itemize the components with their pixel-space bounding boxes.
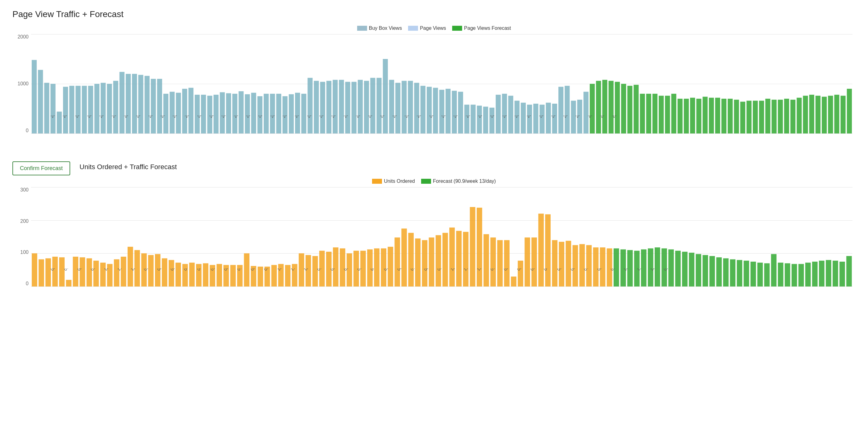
page-title: Page View Traffic + Forecast: [12, 9, 856, 19]
chart1-section: Buy Box Views Page Views Page Views Fore…: [12, 26, 856, 152]
x-label-2: 06-22: [569, 268, 580, 272]
chart1-legend: Buy Box Views Page Views Page Views Fore…: [12, 26, 856, 31]
x-label-2: 01-04: [663, 268, 673, 272]
forecast2-swatch: [421, 179, 431, 184]
y2-label-300: 300: [20, 187, 29, 193]
chart2-yaxis: 300 200 100 0: [12, 187, 31, 287]
x-label-2: 08-21: [76, 268, 87, 272]
chart2-area: 06-2607-2408-2109-1810-1611-1312-1101-08…: [31, 187, 852, 287]
x-label-2: 02-05: [156, 268, 167, 272]
legend-item-units: Units Ordered: [372, 178, 415, 184]
x-label-2: 07-24: [63, 268, 73, 272]
legend-item-pageviews: Page Views: [408, 26, 446, 31]
grid2-line-bot: [31, 287, 852, 287]
x-label-2: 06-26: [50, 268, 60, 272]
legend-label-pageviews: Page Views: [420, 26, 446, 31]
chart2-xlabels: 06-2607-2408-2109-1810-1611-1312-1101-08…: [50, 268, 849, 287]
x-label-2: 04-27: [543, 268, 553, 272]
legend-label-forecast2: Forecast (90.9/week 13/day): [433, 178, 496, 184]
legend-item-forecast2: Forecast (90.9/week 13/day): [421, 178, 496, 184]
x-label-2: 09-15: [436, 268, 447, 272]
chart2-container: 300 200 100 0 06-2607-2408-2109-1810-161…: [12, 187, 856, 305]
x-label-2: 10-15: [276, 268, 287, 272]
x-label-2: 01-07: [316, 268, 327, 272]
svg-rect-132: [38, 260, 44, 287]
chart1-xlabels: 2022-06-262022-07-242022-08-212022-09-18…: [50, 116, 849, 133]
buybox-swatch: [357, 26, 367, 31]
x-label-2: 04-30: [196, 268, 207, 272]
x-label-2: 11-09: [636, 268, 647, 272]
x-label-2: 02-02: [503, 268, 513, 272]
x-label-2: 03-31: [356, 268, 367, 272]
x-label-2: 09-14: [610, 268, 620, 272]
y-label-1000: 1000: [18, 81, 29, 87]
x-label-2: 01-05: [490, 268, 500, 272]
x-label-2: 06-25: [223, 268, 234, 272]
y-label-0: 0: [26, 128, 29, 133]
x-label-2: 09-17: [263, 268, 274, 272]
y2-label-0: 0: [26, 281, 29, 287]
chart1-area: 2022-06-262022-07-242022-08-212022-09-18…: [31, 34, 852, 133]
x-label-2: 01-08: [143, 268, 153, 272]
x-label-2: 04-02: [183, 268, 193, 272]
svg-rect-0: [32, 60, 37, 133]
x-label-2: 11-13: [117, 268, 127, 272]
chart2-legend: Units Ordered Forecast (90.9/week 13/day…: [12, 178, 856, 184]
x-label-2: 03-30: [529, 268, 540, 272]
x-label-2: 09-18: [90, 268, 100, 272]
svg-rect-1: [38, 70, 43, 133]
x-label-2: 08-20: [250, 268, 260, 272]
x-label-2: 10-12: [623, 268, 633, 272]
pageviews-swatch: [408, 26, 418, 31]
x-label-2: 03-03: [343, 268, 353, 272]
chart2-header: Confirm Forecast Units Ordered + Traffic…: [12, 161, 856, 175]
x-label-2: 07-23: [236, 268, 247, 272]
chart1-container: 2000 1000 0 2022-06-262022-07-242022-08-…: [12, 34, 856, 152]
chart2-title: Units Ordered + Traffic Forecast: [80, 163, 177, 171]
legend-item-forecast: Page Views Forecast: [452, 26, 511, 31]
legend-label-units: Units Ordered: [384, 178, 415, 184]
x-label-2: 03-05: [169, 268, 180, 272]
x-label-2: 02-04: [330, 268, 340, 272]
x-label-2: 07-20: [583, 268, 593, 272]
legend-label-forecast: Page Views Forecast: [464, 26, 511, 31]
x-label-2: 06-23: [396, 268, 407, 272]
svg-rect-131: [32, 253, 37, 287]
x-label-2: 05-28: [210, 268, 220, 272]
legend-item-buybox: Buy Box Views: [357, 26, 402, 31]
x-label-2: 11-10: [463, 268, 473, 272]
x-label-2: 12-11: [130, 268, 141, 272]
units-swatch: [372, 179, 382, 184]
chart1-yaxis: 2000 1000 0: [12, 34, 31, 133]
svg-rect-2: [44, 83, 49, 133]
x-label-2: 10-13: [450, 268, 460, 272]
x-label-2: 03-02: [516, 268, 527, 272]
x-label-2: 12-10: [303, 268, 313, 272]
x-label-2: 07-21: [410, 268, 420, 272]
x-label-2: 12-07: [649, 268, 660, 272]
chart2-section: Confirm Forecast Units Ordered + Traffic…: [12, 161, 856, 305]
confirm-forecast-button[interactable]: Confirm Forecast: [12, 161, 70, 175]
x-label-2: 05-25: [556, 268, 567, 272]
forecast-swatch: [452, 26, 462, 31]
x-label-2: 12-08: [476, 268, 487, 272]
x-label-2: 08-17: [596, 268, 607, 272]
x-label: 2026-01-04: [611, 116, 629, 119]
legend-label-buybox: Buy Box Views: [369, 26, 402, 31]
x-label-2: 04-28: [370, 268, 380, 272]
y-label-2000: 2000: [18, 34, 29, 40]
y2-label-100: 100: [20, 250, 29, 255]
x-label-2: 05-26: [383, 268, 394, 272]
x-label-2: 11-12: [290, 268, 300, 272]
y2-label-200: 200: [20, 219, 29, 224]
x-label-2: 10-16: [103, 268, 114, 272]
grid-line-bot: [31, 133, 852, 134]
x-label-2: 08-18: [423, 268, 434, 272]
